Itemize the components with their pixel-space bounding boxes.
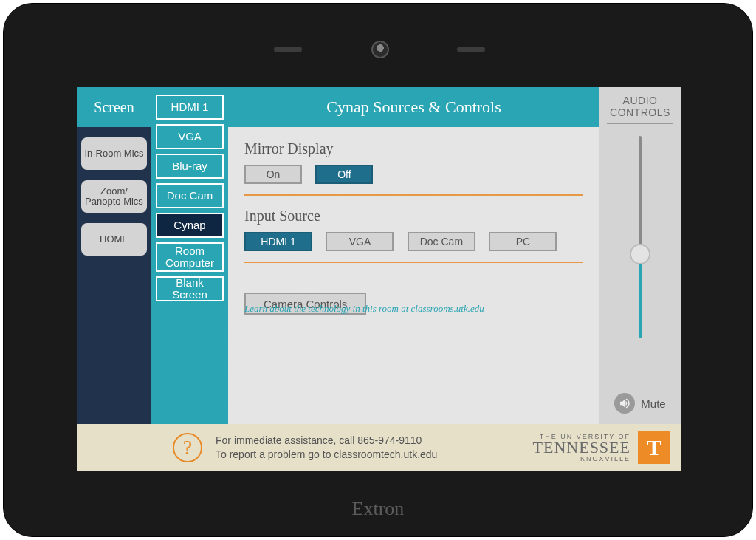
mute-label: Mute [641, 397, 665, 410]
input-doccam-button[interactable]: Doc Cam [408, 232, 475, 251]
main-panel: Cynap Sources & Controls Mirror Display … [228, 87, 599, 424]
device-brand-label: Extron [4, 498, 752, 520]
divider [244, 194, 583, 196]
source-doccam[interactable]: Doc Cam [156, 183, 224, 208]
mirror-off-button[interactable]: Off [315, 165, 373, 184]
mute-button[interactable]: Mute [599, 393, 681, 414]
help-icon: ? [173, 433, 202, 462]
main-title: Cynap Sources & Controls [228, 87, 599, 127]
divider [244, 262, 583, 263]
ut-t-mark: T [638, 431, 670, 464]
nav-zoom-panopto-mics[interactable]: Zoom/ Panopto Mics [81, 180, 147, 213]
nav-in-room-mics[interactable]: In-Room Mics [81, 137, 147, 170]
mirror-on-button[interactable]: On [244, 165, 302, 184]
source-column: HDMI 1 VGA Blu-ray Doc Cam Cynap Room Co… [151, 87, 228, 471]
help-line-2: To report a problem go to classroomtech.… [216, 448, 437, 462]
input-source-label: Input Source [244, 208, 583, 225]
source-hdmi1[interactable]: HDMI 1 [156, 95, 224, 120]
source-vga[interactable]: VGA [156, 124, 224, 149]
touch-screen: Screen In-Room Mics Zoom/ Panopto Mics H… [77, 87, 681, 471]
ut-line2: TENNESSEE [533, 440, 630, 456]
nav-home[interactable]: HOME [81, 223, 147, 256]
university-logo: THE UNIVERSITY OF TENNESSEE KNOXVILLE T [533, 431, 670, 464]
source-room-computer[interactable]: Room Computer [156, 242, 224, 272]
input-vga-button[interactable]: VGA [326, 232, 394, 251]
speaker-grill-right [457, 47, 485, 52]
source-cynap[interactable]: Cynap [156, 213, 224, 238]
screen-header: Screen [77, 87, 151, 127]
help-line-1: For immediate assistance, call 865-974-9… [216, 434, 437, 448]
input-pc-button[interactable]: PC [489, 232, 557, 251]
audio-title: AUDIO CONTROLS [607, 87, 673, 124]
learn-more-text: Learn about the technology in this room … [244, 303, 484, 315]
volume-slider[interactable] [625, 136, 655, 338]
slider-thumb[interactable] [630, 244, 650, 264]
input-hdmi1-button[interactable]: HDMI 1 [244, 232, 312, 251]
source-bluray[interactable]: Blu-ray [156, 154, 224, 179]
front-camera [371, 41, 389, 58]
mirror-display-label: Mirror Display [244, 140, 583, 157]
left-nav-column: Screen In-Room Mics Zoom/ Panopto Mics H… [77, 87, 151, 471]
audio-panel: AUDIO CONTROLS Mute [599, 87, 681, 424]
footer-bar: ? For immediate assistance, call 865-974… [77, 424, 681, 471]
speaker-grill-left [274, 47, 302, 52]
ut-line3: KNOXVILLE [533, 455, 630, 462]
tablet-bezel: Extron Screen In-Room Mics Zoom/ Panopto… [3, 3, 753, 537]
help-text: For immediate assistance, call 865-974-9… [216, 434, 437, 462]
source-blank-screen[interactable]: Blank Screen [156, 276, 224, 301]
speaker-icon [614, 393, 635, 414]
